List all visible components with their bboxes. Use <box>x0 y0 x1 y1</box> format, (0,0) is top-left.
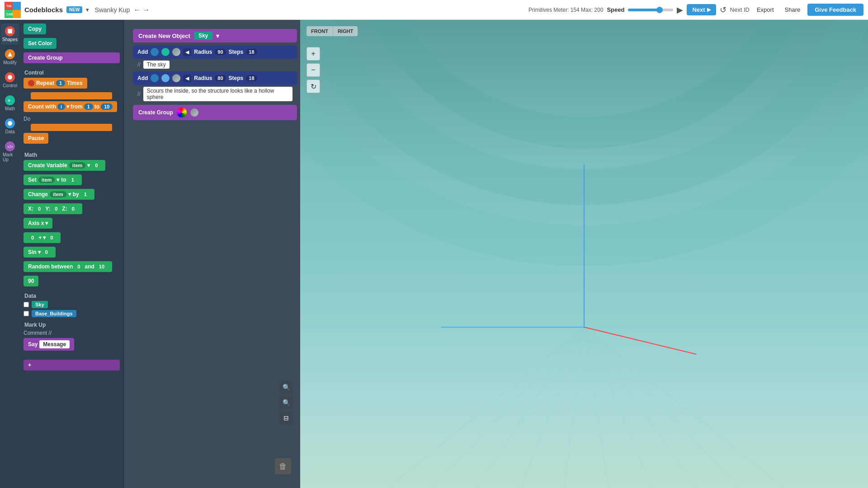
set-var-name[interactable]: item <box>38 177 55 183</box>
give-feedback-button[interactable]: Give Feedback <box>807 4 863 16</box>
zoom-out-canvas-button[interactable]: 🔍 <box>279 396 293 409</box>
sidebar-item-shapes[interactable]: Shapes <box>1 23 19 45</box>
repeat-count-value[interactable]: 1 <box>56 80 65 86</box>
operation-button[interactable]: 0 + ▾ 0 <box>24 232 61 243</box>
create-new-object-block[interactable]: Create New Object Sky ▾ Add ◀ Radius 90 … <box>133 29 297 120</box>
rand-max-value[interactable]: 10 <box>96 263 108 270</box>
count-dropdown-icon[interactable]: ▾ <box>66 103 69 110</box>
change-var-button[interactable]: Change item ▾ by 1 <box>24 189 94 200</box>
random-between-button[interactable]: Random between 0 and 10 <box>24 261 112 272</box>
sidebar-item-control[interactable]: Control <box>1 70 19 91</box>
change-var-dropdown[interactable]: ▾ <box>68 191 71 197</box>
sin-dropdown-icon[interactable]: ▾ <box>38 249 41 255</box>
count-var-value[interactable]: i <box>57 103 65 110</box>
sidebar-item-markup[interactable]: </> Mark Up <box>1 139 19 165</box>
refresh-button[interactable]: ↺ <box>720 5 726 15</box>
var-dropdown-icon[interactable]: ▾ <box>87 162 90 169</box>
export-button[interactable]: Export <box>753 5 778 15</box>
z-value[interactable]: 0 <box>69 206 78 212</box>
op-symbol[interactable]: + <box>38 235 42 241</box>
copy-button[interactable]: Copy <box>24 23 46 34</box>
sky-dropdown-arrow[interactable]: ▾ <box>216 33 219 39</box>
data-buildings-tag[interactable]: Base_Buildings <box>32 310 76 317</box>
random-row: Random between 0 and 10 <box>24 261 120 274</box>
create-group-canvas-block[interactable]: Create Group <box>133 105 297 120</box>
share-button[interactable]: Share <box>781 5 804 15</box>
radius-label-2: Radius <box>194 75 212 81</box>
radius-val-2[interactable]: 80 <box>215 75 226 81</box>
new-badge: NEW <box>66 6 82 13</box>
sidebar-data-label: Data <box>5 129 14 134</box>
change-var-name[interactable]: item <box>50 191 66 197</box>
add-sphere-1-block[interactable]: Add ◀ Radius 90 Steps 18 <box>133 45 297 59</box>
op-val1[interactable]: 0 <box>28 235 37 241</box>
repeat-button[interactable]: Repeat 1 Times <box>24 78 87 89</box>
play-button[interactable]: ▶ <box>677 5 683 15</box>
create-group-button[interactable]: Create Group <box>24 52 120 63</box>
set-var-dropdown[interactable]: ▾ <box>57 177 59 183</box>
sidebar-item-data[interactable]: Data <box>1 116 19 137</box>
rand-min-value[interactable]: 0 <box>74 263 83 270</box>
fit-canvas-button[interactable]: ⊟ <box>279 411 293 425</box>
y-value[interactable]: 0 <box>52 206 61 212</box>
sidebar-item-math[interactable]: + Math <box>1 93 19 114</box>
count-from-value[interactable]: 1 <box>84 103 93 110</box>
var-name-value[interactable]: item <box>69 162 86 169</box>
steps-val-2[interactable]: 18 <box>246 75 257 81</box>
set-val-value[interactable]: 1 <box>68 177 77 183</box>
svg-point-8 <box>8 75 12 80</box>
sidebar-item-modify[interactable]: Modify <box>1 47 19 68</box>
back-arrow-button[interactable]: ← <box>133 6 141 14</box>
do-label: Do <box>24 116 30 122</box>
rotate-viewport-button[interactable]: ↻ <box>307 80 320 93</box>
axis-button[interactable]: Axis x ▾ <box>24 218 52 229</box>
front-face-button[interactable]: FRONT <box>307 26 333 36</box>
bottom-action-button[interactable]: + <box>24 360 120 371</box>
comment-sky-row: // The sky <box>133 59 297 70</box>
set-var-button[interactable]: Set item ▾ to 1 <box>24 174 82 185</box>
pause-button[interactable]: Pause <box>24 133 48 144</box>
speed-slider[interactable] <box>628 9 673 11</box>
op-val2[interactable]: 0 <box>47 235 56 241</box>
right-face-button[interactable]: RIGHT <box>333 26 358 36</box>
sin-button[interactable]: Sin ▾ 0 <box>24 247 56 258</box>
op-sym-dropdown[interactable]: ▾ <box>43 235 46 241</box>
comment-sky-text[interactable]: The sky <box>143 61 170 69</box>
var-default-value[interactable]: 0 <box>92 162 101 169</box>
data-buildings-checkbox[interactable] <box>24 311 29 316</box>
dropdown-arrow-icon[interactable]: ▾ <box>86 6 89 13</box>
trash-button[interactable]: 🗑 <box>275 458 291 474</box>
forward-arrow-button[interactable]: → <box>142 6 150 14</box>
add-sphere-2-block[interactable]: Add ◀ Radius 80 Steps 18 <box>133 71 297 85</box>
set-color-button[interactable]: Set Color <box>24 38 57 49</box>
axis-dropdown-icon[interactable]: ▾ <box>45 220 48 226</box>
zoom-out-viewport-button[interactable]: − <box>307 63 320 77</box>
create-variable-button[interactable]: Create Variable item ▾ 0 <box>24 160 105 171</box>
say-message-input[interactable]: Message <box>39 340 70 348</box>
svg-marker-7 <box>8 52 12 56</box>
arrow-left-2[interactable]: ◀ <box>183 75 191 82</box>
sin-val[interactable]: 0 <box>42 249 51 255</box>
svg-text:CAD: CAD <box>6 13 13 16</box>
count-to-value[interactable]: 10 <box>101 103 113 110</box>
val-90-button[interactable]: 90 <box>24 276 38 286</box>
zoom-in-viewport-button[interactable]: + <box>307 47 320 61</box>
svg-rect-6 <box>8 29 12 33</box>
comment-hollow-text[interactable]: Scours the inside, so the structure look… <box>143 87 292 101</box>
speed-label: Speed <box>607 6 624 13</box>
count-with-button[interactable]: Count with i ▾ from 1 to 10 <box>24 101 117 112</box>
svg-line-31 <box>584 327 741 488</box>
next-button[interactable]: Next ▶ <box>687 4 716 15</box>
say-button[interactable]: Say Message <box>24 338 74 351</box>
sky-dropdown-button[interactable]: Sky <box>194 32 212 40</box>
svg-line-27 <box>564 327 584 488</box>
xyz-button[interactable]: X: 0 Y: 0 Z: 0 <box>24 203 82 214</box>
steps-val-1[interactable]: 18 <box>246 49 257 55</box>
data-sky-tag[interactable]: Sky <box>32 301 48 308</box>
change-val-value[interactable]: 1 <box>81 191 90 197</box>
zoom-in-canvas-button[interactable]: 🔍 <box>279 380 293 394</box>
data-sky-checkbox[interactable] <box>24 302 29 307</box>
radius-val-1[interactable]: 90 <box>215 49 226 55</box>
arrow-left-1[interactable]: ◀ <box>183 48 191 56</box>
x-value[interactable]: 0 <box>35 206 44 212</box>
